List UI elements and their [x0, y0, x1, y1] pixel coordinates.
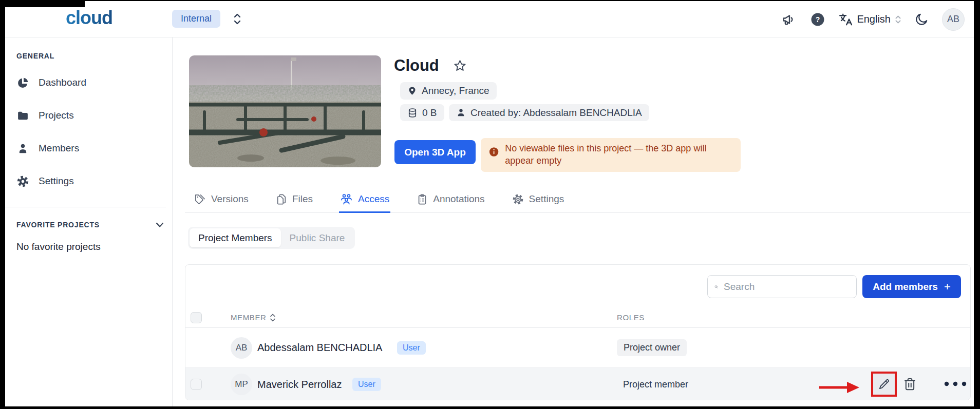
- avatar: MP: [231, 374, 252, 395]
- trash-icon: [903, 377, 917, 392]
- select-all-checkbox[interactable]: [191, 312, 202, 323]
- sidebar-item-label: Projects: [39, 110, 74, 121]
- top-navbar: cloud Internal ? English: [5, 1, 974, 37]
- ellipsis-icon: [944, 381, 967, 387]
- subtab-project-members[interactable]: Project Members: [190, 228, 281, 247]
- person-icon: [16, 142, 29, 155]
- dashboard-icon: [16, 76, 29, 89]
- members-card: Add members + MEMBER ROLES AB Abdessalam…: [185, 264, 971, 400]
- location-badge: Annecy, France: [400, 82, 497, 100]
- tab-label: Access: [358, 193, 389, 205]
- column-member-label: MEMBER: [231, 313, 266, 322]
- favorites-empty-text: No favorite projects: [16, 241, 172, 252]
- tab-label: Files: [292, 193, 313, 205]
- gear-icon: [16, 175, 29, 188]
- svg-text:?: ?: [816, 15, 820, 24]
- sidebar-item-settings[interactable]: Settings: [16, 171, 172, 191]
- announcements-icon[interactable]: [782, 12, 797, 27]
- tab-label: Settings: [529, 193, 564, 205]
- language-selector[interactable]: English: [838, 13, 901, 26]
- member-name: Abdessalam BENCHADLIA: [257, 342, 382, 354]
- sidebar-section-favorites: FAVORITE PROJECTS: [16, 221, 100, 229]
- table-header-row: MEMBER ROLES: [185, 307, 970, 328]
- workspace-label: Internal: [181, 13, 212, 24]
- tab-annotations[interactable]: Annotations: [417, 186, 484, 212]
- open-3d-app-button[interactable]: Open 3D App: [394, 140, 476, 164]
- project-tabbar: Versions Files Access: [185, 186, 971, 213]
- sidebar-item-projects[interactable]: Projects: [16, 105, 172, 126]
- project-thumbnail[interactable]: [189, 55, 381, 167]
- tab-settings[interactable]: Settings: [512, 186, 564, 212]
- row-menu-button[interactable]: [944, 381, 967, 387]
- add-members-label: Add members: [873, 281, 938, 293]
- avatar-initials: MP: [235, 379, 248, 389]
- tag-icon: [194, 193, 206, 205]
- tab-label: Versions: [211, 193, 249, 205]
- account-type-badge: User: [352, 378, 381, 391]
- sidebar: GENERAL Dashboard Projects Members: [5, 37, 173, 406]
- favorite-star-icon[interactable]: [453, 59, 467, 73]
- warning-text: No viewable files in this project — the …: [505, 143, 732, 167]
- edit-member-button[interactable]: [871, 372, 897, 397]
- tab-label: Annotations: [433, 193, 484, 205]
- table-row: AB Abdessalam BENCHADLIA User Project ow…: [185, 328, 970, 368]
- tab-access[interactable]: Access: [340, 186, 389, 212]
- member-search[interactable]: [707, 275, 857, 298]
- storage-size-badge: 0 B: [400, 104, 444, 121]
- dark-mode-icon[interactable]: [915, 12, 929, 26]
- sort-icon: [270, 313, 276, 322]
- sidebar-divider: [5, 207, 166, 207]
- map-pin-icon: [407, 85, 417, 97]
- app-logo[interactable]: cloud: [66, 7, 112, 29]
- info-icon: [489, 146, 499, 158]
- access-subtabs: Project Members Public Share: [188, 227, 355, 249]
- chevron-down-icon[interactable]: [155, 220, 165, 230]
- member-name: Maverick Perrollaz: [257, 379, 342, 391]
- person-icon: [456, 108, 466, 118]
- language-label: English: [857, 13, 891, 25]
- sidebar-item-label: Dashboard: [39, 77, 86, 88]
- storage-size-label: 0 B: [422, 107, 437, 119]
- plus-icon: +: [944, 280, 951, 294]
- sidebar-item-dashboard[interactable]: Dashboard: [16, 72, 172, 93]
- created-by-badge: Created by: Abdessalam BENCHADLIA: [449, 104, 649, 121]
- screenshot-frame-corner: [0, 0, 85, 7]
- column-roles: ROLES: [617, 313, 645, 322]
- database-icon: [407, 107, 418, 119]
- project-title: Cloud: [394, 56, 439, 75]
- workspace-chevrons-icon[interactable]: [233, 12, 242, 26]
- help-icon[interactable]: ?: [811, 12, 825, 27]
- row-checkbox[interactable]: [191, 379, 202, 390]
- translate-icon: [838, 13, 853, 26]
- table-row: MP Maverick Perrollaz User Project membe…: [185, 368, 970, 400]
- delete-member-button[interactable]: [903, 377, 917, 392]
- account-type-badge: User: [397, 341, 426, 355]
- folder-icon: [16, 109, 29, 122]
- column-member[interactable]: MEMBER: [231, 313, 276, 322]
- sidebar-item-label: Settings: [39, 176, 74, 187]
- annotation-arrow: [819, 382, 859, 393]
- sidebar-section-general: GENERAL: [16, 52, 172, 60]
- user-avatar[interactable]: AB: [942, 8, 965, 31]
- files-icon: [276, 193, 287, 205]
- role-badge: Project owner: [617, 339, 687, 356]
- gear-icon: [512, 193, 524, 205]
- tab-files[interactable]: Files: [276, 186, 313, 212]
- subtab-public-share[interactable]: Public Share: [281, 228, 354, 247]
- people-icon: [340, 193, 353, 205]
- sidebar-item-members[interactable]: Members: [16, 138, 172, 159]
- pencil-icon: [878, 378, 890, 390]
- avatar-initials: AB: [947, 14, 959, 25]
- avatar: AB: [231, 337, 252, 359]
- search-input[interactable]: [724, 281, 850, 293]
- tab-versions[interactable]: Versions: [194, 186, 249, 212]
- clipboard-icon: [417, 193, 428, 205]
- sidebar-item-label: Members: [39, 143, 79, 154]
- role-label: Project member: [623, 379, 688, 390]
- add-members-button[interactable]: Add members +: [862, 275, 961, 298]
- workspace-selector-badge[interactable]: Internal: [172, 10, 220, 28]
- language-chevrons-icon: [895, 14, 901, 25]
- location-label: Annecy, France: [422, 85, 489, 96]
- no-viewable-files-warning: No viewable files in this project — the …: [481, 138, 741, 172]
- app-window: cloud Internal ? English: [5, 1, 974, 406]
